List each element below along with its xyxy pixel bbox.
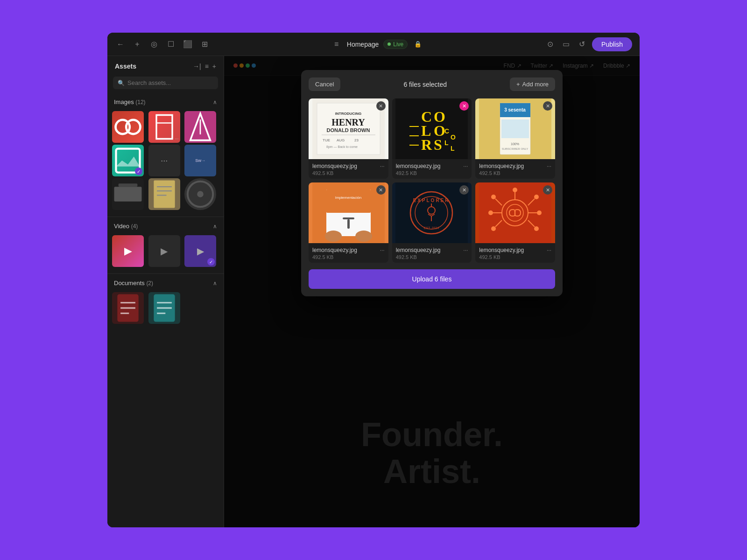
page-title: Homepage	[347, 41, 379, 48]
device-icon[interactable]: ▭	[560, 39, 571, 50]
file-card: ✕ lemonsqueezy.jpg ··· 492.5 KB	[475, 182, 555, 263]
sidebar-export-icon[interactable]: →|	[193, 63, 201, 70]
lock-icon[interactable]: 🔒	[412, 39, 423, 50]
file-name-row: lemonsqueezy.jpg ···	[312, 163, 385, 169]
documents-grid	[107, 290, 224, 329]
document-thumb[interactable]	[112, 292, 144, 324]
svg-text:23: 23	[354, 138, 359, 142]
target-icon[interactable]: ◎	[148, 39, 160, 50]
svg-rect-67	[343, 217, 354, 219]
file-name-row: lemonsqueezy.jpg ···	[396, 163, 468, 169]
search-input[interactable]	[127, 79, 213, 86]
svg-point-95	[488, 210, 493, 215]
video-thumb[interactable]: ▶	[112, 235, 144, 267]
image-thumb[interactable]: ✓	[112, 145, 144, 176]
file-info: lemonsqueezy.jpg ··· 492.5 KB	[475, 243, 555, 263]
add-more-button[interactable]: + Add more	[510, 77, 555, 91]
file-close-button[interactable]: ✕	[376, 101, 386, 111]
view-icon[interactable]: ⊙	[544, 39, 556, 50]
sidebar-header: Assets →| ≡ +	[107, 56, 224, 77]
file-name: lemonsqueezy.jpg	[312, 247, 357, 253]
live-badge: Live	[383, 40, 408, 49]
video-thumb[interactable]: ▶ ✓	[184, 235, 216, 267]
images-section-header[interactable]: Images (12) ∧	[107, 95, 224, 109]
add-button[interactable]: +	[132, 39, 143, 50]
image-thumb[interactable]	[184, 111, 216, 143]
svg-text:Implementación: Implementación	[335, 196, 361, 200]
live-label: Live	[393, 41, 403, 48]
document-thumb[interactable]	[148, 292, 180, 324]
image-thumb[interactable]: ···	[148, 145, 180, 176]
sidebar-add-icon[interactable]: +	[212, 63, 216, 70]
menu-icon[interactable]: ≡	[331, 39, 342, 50]
documents-section-title: Documents (2)	[114, 280, 153, 287]
file-name-row: lemonsqueezy.jpg ···	[479, 247, 551, 253]
svg-point-12	[197, 191, 204, 197]
file-more-icon[interactable]: ···	[463, 247, 468, 253]
main-content: Assets →| ≡ + 🔍 Images (12) ∧	[107, 56, 640, 527]
file-size: 492.5 KB	[479, 170, 551, 176]
file-card: C O L O R S C O L L	[392, 98, 472, 179]
back-button[interactable]: ←	[115, 39, 126, 50]
file-icon[interactable]: ☐	[165, 39, 176, 50]
documents-count: (2)	[146, 280, 153, 287]
svg-rect-5	[114, 187, 142, 202]
svg-point-91	[534, 226, 539, 231]
video-count: (4)	[131, 223, 138, 230]
svg-point-85	[491, 195, 496, 199]
sidebar-list-icon[interactable]: ≡	[205, 63, 209, 70]
upload-button[interactable]: Upload 6 files	[309, 269, 555, 289]
file-more-icon[interactable]: ···	[380, 247, 385, 253]
cancel-button[interactable]: Cancel	[309, 77, 340, 91]
svg-point-65	[325, 231, 342, 242]
file-more-icon[interactable]: ···	[380, 163, 385, 169]
template-icon[interactable]: ⊞	[199, 39, 210, 50]
svg-point-1	[126, 120, 140, 134]
image-thumb[interactable]	[112, 111, 144, 143]
svg-text:HENRY: HENRY	[331, 117, 365, 127]
file-info: lemonsqueezy.jpg ··· 492.5 KB	[309, 159, 388, 179]
file-info: lemonsqueezy.jpg ··· 492.5 KB	[392, 159, 472, 179]
file-name: lemonsqueezy.jpg	[312, 163, 357, 169]
file-more-icon[interactable]: ···	[463, 163, 468, 169]
images-count: (12)	[135, 99, 145, 105]
image-thumb[interactable]	[112, 178, 144, 210]
file-card: INTRODUCING HENRY DONALD BROWN TUE AUG 2…	[309, 98, 388, 179]
svg-rect-58	[501, 119, 529, 138]
file-more-icon[interactable]: ···	[547, 163, 551, 169]
file-size: 492.5 KB	[312, 254, 385, 260]
toolbar: ← + ◎ ☐ ⬛ ⊞ ≡ Homepage Live 🔒 ⊙ ▭ ↺ Publ…	[107, 33, 640, 56]
video-section-title: Video (4)	[114, 223, 138, 230]
plus-icon: +	[516, 81, 520, 88]
more-icon[interactable]: ···	[175, 136, 178, 141]
file-grid: INTRODUCING HENRY DONALD BROWN TUE AUG 2…	[309, 98, 555, 263]
file-card: 3 sesenta 100% SUBSCRIBER ONLY ✕ lemonsq…	[475, 98, 555, 179]
folder-icon[interactable]: ⬛	[182, 39, 193, 50]
file-info: lemonsqueezy.jpg ··· 492.5 KB	[309, 243, 388, 263]
search-bar[interactable]: 🔍	[113, 77, 218, 89]
svg-text:EXPLORER: EXPLORER	[413, 198, 450, 203]
video-thumb[interactable]: ▶	[148, 235, 180, 267]
image-thumb[interactable]: Sw→	[184, 145, 216, 176]
image-thumb[interactable]: ···	[148, 111, 180, 143]
svg-text:R: R	[421, 136, 432, 153]
file-close-button[interactable]: ✕	[376, 185, 386, 195]
image-thumb[interactable]	[148, 178, 180, 210]
svg-text:INTRODUCING: INTRODUCING	[335, 112, 361, 116]
svg-rect-6	[119, 183, 138, 187]
documents-section-header[interactable]: Documents (2) ∧	[107, 276, 224, 290]
live-dot	[388, 42, 391, 46]
modal-header: Cancel 6 files selected + Add more	[309, 77, 555, 91]
file-info: lemonsqueezy.jpg ··· 492.5 KB	[475, 159, 555, 179]
toolbar-left: ← + ◎ ☐ ⬛ ⊞	[115, 39, 210, 50]
video-section-header[interactable]: Video (4) ∧	[107, 219, 224, 233]
images-grid: ··· ✓ ···	[107, 109, 224, 215]
undo-icon[interactable]: ↺	[576, 39, 587, 50]
file-name: lemonsqueezy.jpg	[479, 163, 524, 169]
image-thumb[interactable]	[184, 178, 216, 210]
sidebar-title: Assets	[115, 63, 136, 70]
file-close-button[interactable]: ✕	[543, 185, 552, 195]
publish-button[interactable]: Publish	[592, 37, 632, 51]
file-close-button[interactable]: ✕	[543, 101, 552, 111]
file-more-icon[interactable]: ···	[547, 247, 551, 253]
